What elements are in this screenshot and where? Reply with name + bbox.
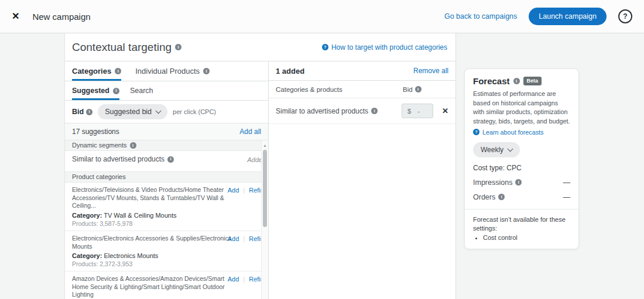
currency-symbol: $ (407, 108, 411, 115)
product-categories-header: Product categories (65, 171, 268, 183)
page-canvas: Contextual targeting i ? How to target w… (0, 33, 644, 299)
category-prefix: Category: (72, 212, 102, 219)
bid-suffix: per click (CPC) (173, 108, 216, 115)
go-back-link[interactable]: Go back to campaigns (444, 12, 517, 20)
scrollbar-thumb[interactable] (263, 150, 267, 227)
info-icon[interactable]: i (415, 86, 422, 92)
remove-item-icon[interactable]: ✕ (442, 106, 448, 115)
chevron-down-icon (156, 108, 162, 114)
column-bid: Bid i (403, 86, 448, 93)
added-item-row: Similar to advertised products i $ - ✕ (269, 98, 455, 124)
forecast-unavailable-note: Forecast isn’t available for these setti… (473, 215, 570, 233)
forecast-unavailable-list: Cost control (473, 234, 570, 241)
chevron-down-icon (508, 146, 513, 152)
bid-value: - (417, 108, 420, 115)
suggestions-pane: Categories i Individual Products i Sugge… (65, 61, 269, 299)
action-separator: | (243, 276, 245, 283)
section-title: Contextual targeting i (72, 41, 181, 54)
help-icon[interactable]: ? (618, 9, 632, 23)
top-bar: ✕ New campaign Go back to campaigns Laun… (0, 0, 644, 33)
info-icon[interactable]: i (515, 179, 522, 185)
page-title: New campaign (32, 12, 90, 22)
bid-input[interactable]: $ - (402, 104, 433, 118)
forecast-period-dropdown[interactable]: Weekly (473, 142, 520, 157)
action-separator: | (243, 235, 245, 242)
tab-individual-products-label: Individual Products (135, 67, 200, 75)
info-icon[interactable]: i (203, 68, 210, 74)
tabs-row: Categories i Individual Products i (65, 61, 268, 81)
suggestions-list: Dynamic segments i Similar to advertised… (65, 140, 268, 299)
close-icon[interactable]: ✕ (12, 12, 19, 21)
subtabs-row: Suggested i Search (65, 81, 268, 101)
launch-campaign-button[interactable]: Launch campaign (529, 8, 607, 25)
orders-value: — (563, 193, 571, 201)
products-range: Products: 2,372-3,953 (72, 260, 234, 267)
dynamic-segment-row: Similar to advertised products i Added (65, 151, 268, 171)
add-link[interactable]: Add (228, 276, 239, 283)
impressions-label: Impressions (473, 178, 512, 187)
added-columns-row: Categories & products Bid i (269, 81, 455, 98)
column-bid-label: Bid (403, 86, 413, 93)
targeting-widget: Categories i Individual Products i Sugge… (65, 61, 455, 299)
info-icon[interactable]: i (113, 88, 119, 94)
how-to-target-label: How to target with product categories (331, 43, 447, 51)
dynamic-segments-header-label: Dynamic segments (72, 142, 127, 149)
beta-badge: Beta (523, 77, 542, 85)
tab-categories-label: Categories (72, 67, 111, 75)
category-path: Electronics/Electronics Accessories & Su… (72, 235, 232, 250)
forecast-period-value: Weekly (481, 146, 503, 154)
added-pane: 1 added Remove all Categories & products… (269, 61, 455, 299)
orders-metric: Orders i — (473, 193, 570, 201)
bid-row: Bid i Suggested bid per click (CPC) (65, 101, 268, 123)
product-categories-header-label: Product categories (72, 173, 126, 181)
info-icon[interactable]: i (115, 68, 121, 74)
info-icon[interactable]: i (498, 194, 505, 200)
add-link[interactable]: Add (228, 187, 239, 194)
forecast-title: Forecast (473, 76, 510, 86)
learn-about-forecasts-link[interactable]: ? Learn about forecasts (473, 129, 570, 136)
action-separator: | (243, 187, 245, 194)
info-icon[interactable]: i (371, 108, 378, 114)
forecast-divider (465, 209, 578, 209)
info-icon[interactable]: i (130, 142, 136, 149)
heading-row: Contextual targeting i ? How to target w… (65, 33, 455, 61)
products-range: Products: 3,587-5,978 (72, 220, 234, 227)
suggestions-count: 17 suggestions (72, 128, 119, 136)
tab-categories[interactable]: Categories i (72, 61, 121, 81)
added-item-text: Similar to advertised products (276, 107, 368, 115)
forecast-card: Forecast i Beta Estimates of performance… (464, 68, 579, 249)
impressions-label-wrap: Impressions i (473, 178, 522, 187)
list-scrollbar[interactable]: ▲ (261, 140, 268, 299)
impressions-value: — (563, 178, 571, 187)
dynamic-segment-label: Similar to advertised products i (72, 155, 174, 163)
category-row: Electronics/Televisions & Video Products… (65, 183, 268, 231)
forecast-description: Estimates of performance are based on hi… (473, 90, 570, 126)
info-icon[interactable]: i (175, 44, 181, 50)
how-to-target-link[interactable]: ? How to target with product categories (322, 43, 447, 51)
category-prefix: Category: (72, 252, 102, 259)
category-path: Amazon Devices & Accessories/Amazon Devi… (72, 275, 232, 299)
impressions-metric: Impressions i — (473, 178, 570, 187)
forecast-title-row: Forecast i Beta (473, 76, 570, 86)
suggested-bid-dropdown-value: Suggested bid (105, 108, 152, 116)
remove-all-link[interactable]: Remove all (413, 67, 448, 75)
question-icon: ? (473, 129, 479, 135)
info-icon[interactable]: i (86, 109, 93, 115)
added-header: 1 added Remove all (269, 61, 455, 81)
subtab-suggested-label: Suggested (72, 87, 109, 95)
info-icon[interactable]: i (167, 156, 174, 163)
tab-individual-products[interactable]: Individual Products i (135, 61, 210, 81)
add-link[interactable]: Add (228, 235, 239, 242)
forecast-unavailable-item: Cost control (483, 234, 570, 241)
scroll-up-icon[interactable]: ▲ (262, 140, 268, 147)
subtab-search[interactable]: Search (130, 81, 153, 100)
info-icon[interactable]: i (513, 78, 520, 84)
add-all-link[interactable]: Add all (239, 128, 261, 136)
subtab-suggested[interactable]: Suggested i (72, 81, 119, 100)
category-row: Electronics/Electronics Accessories & Su… (65, 231, 268, 271)
suggested-bid-dropdown[interactable]: Suggested bid (98, 104, 167, 119)
category-row: Amazon Devices & Accessories/Amazon Devi… (65, 271, 268, 299)
added-item-label: Similar to advertised products i (276, 107, 402, 115)
suggestions-count-row: 17 suggestions Add all (65, 123, 268, 140)
topbar-actions: Go back to campaigns Launch campaign ? (444, 8, 632, 25)
